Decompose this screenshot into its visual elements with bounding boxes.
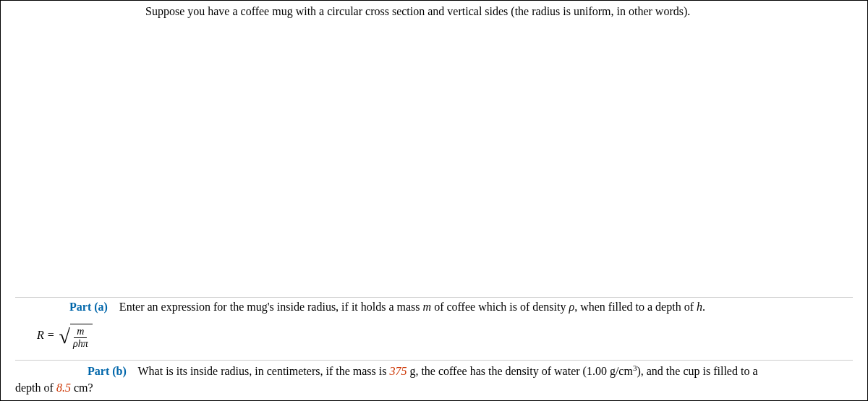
part-a-question-mid2: , when filled to a depth of — [574, 301, 697, 313]
part-b-label: Part (b) — [88, 365, 127, 377]
part-b-prompt-line1: Part (b) What is its inside radius, in c… — [15, 363, 853, 379]
part-b-q2: g, the coffee has the density of water (… — [407, 365, 633, 377]
depth-pre: depth of — [15, 381, 56, 394]
part-b-q1: What is its inside radius, in centimeter… — [137, 365, 389, 377]
fraction: m ρhπ — [72, 326, 90, 350]
rho-variable: ρ — [569, 301, 574, 313]
problem-intro: Suppose you have a coffee mug with a cir… — [145, 5, 846, 18]
part-b-q3: ), and the cup is filled to a — [637, 365, 757, 377]
spacer — [129, 365, 135, 377]
part-a-question-pre: Enter an expression for the mug's inside… — [119, 301, 423, 313]
fraction-denominator: ρhπ — [72, 338, 90, 350]
h-variable: h — [697, 301, 702, 313]
part-a-label: Part (a) — [69, 301, 108, 313]
depth-value: 8.5 — [56, 381, 71, 394]
mass-value: 375 — [389, 365, 407, 377]
part-a-question-mid: of coffee which is of density — [431, 301, 569, 313]
part-a-question-end: . — [702, 301, 705, 313]
part-a-section: Part (a) Enter an expression for the mug… — [15, 297, 853, 348]
part-a-prompt: Part (a) Enter an expression for the mug… — [15, 301, 853, 314]
sqrt-expression: √ m ρhπ — [59, 322, 93, 348]
radicand: m ρhπ — [70, 324, 93, 350]
fraction-numerator: m — [74, 326, 87, 338]
part-b-section: Part (b) What is its inside radius, in c… — [15, 360, 853, 396]
part-b-prompt-line2: depth of 8.5 cm? — [15, 380, 853, 396]
part-a-text-1 — [111, 301, 116, 313]
depth-post: cm? — [71, 381, 93, 394]
radical-icon: √ — [59, 327, 70, 347]
mass-variable: m — [423, 301, 432, 313]
formula: R = √ m ρhπ — [15, 314, 853, 348]
problem-container: Suppose you have a coffee mug with a cir… — [0, 0, 868, 401]
formula-lhs: R = — [37, 329, 59, 342]
